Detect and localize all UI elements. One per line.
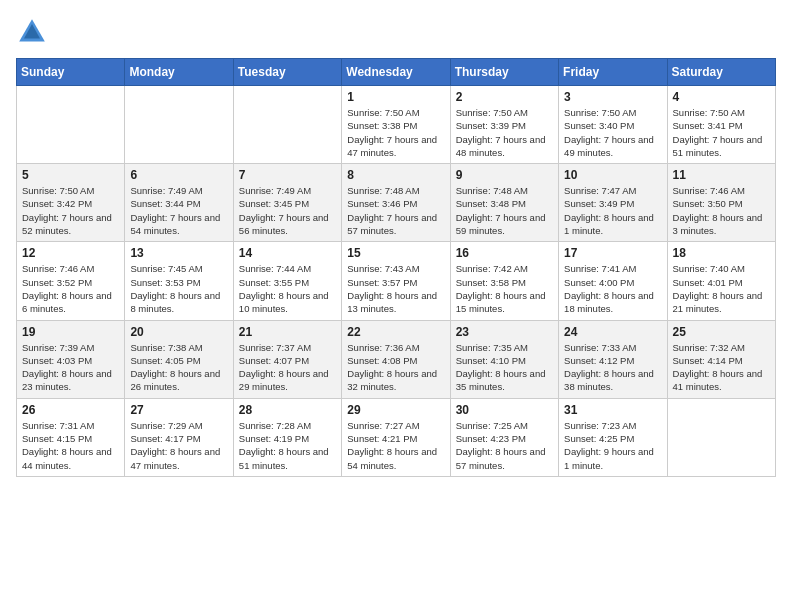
calendar-day-cell: 10Sunrise: 7:47 AM Sunset: 3:49 PM Dayli… bbox=[559, 164, 667, 242]
calendar-week-row: 1Sunrise: 7:50 AM Sunset: 3:38 PM Daylig… bbox=[17, 86, 776, 164]
calendar-table: SundayMondayTuesdayWednesdayThursdayFrid… bbox=[16, 58, 776, 477]
day-info: Sunrise: 7:49 AM Sunset: 3:45 PM Dayligh… bbox=[239, 184, 336, 237]
day-info: Sunrise: 7:44 AM Sunset: 3:55 PM Dayligh… bbox=[239, 262, 336, 315]
calendar-day-cell: 26Sunrise: 7:31 AM Sunset: 4:15 PM Dayli… bbox=[17, 398, 125, 476]
day-info: Sunrise: 7:23 AM Sunset: 4:25 PM Dayligh… bbox=[564, 419, 661, 472]
day-number: 11 bbox=[673, 168, 770, 182]
day-info: Sunrise: 7:25 AM Sunset: 4:23 PM Dayligh… bbox=[456, 419, 553, 472]
day-number: 9 bbox=[456, 168, 553, 182]
calendar-day-cell: 5Sunrise: 7:50 AM Sunset: 3:42 PM Daylig… bbox=[17, 164, 125, 242]
day-number: 4 bbox=[673, 90, 770, 104]
day-number: 30 bbox=[456, 403, 553, 417]
page-header bbox=[16, 16, 776, 48]
calendar-day-cell: 16Sunrise: 7:42 AM Sunset: 3:58 PM Dayli… bbox=[450, 242, 558, 320]
day-number: 2 bbox=[456, 90, 553, 104]
calendar-week-row: 19Sunrise: 7:39 AM Sunset: 4:03 PM Dayli… bbox=[17, 320, 776, 398]
day-number: 24 bbox=[564, 325, 661, 339]
day-info: Sunrise: 7:50 AM Sunset: 3:42 PM Dayligh… bbox=[22, 184, 119, 237]
day-number: 12 bbox=[22, 246, 119, 260]
day-info: Sunrise: 7:50 AM Sunset: 3:39 PM Dayligh… bbox=[456, 106, 553, 159]
calendar-day-cell: 20Sunrise: 7:38 AM Sunset: 4:05 PM Dayli… bbox=[125, 320, 233, 398]
calendar-day-cell: 3Sunrise: 7:50 AM Sunset: 3:40 PM Daylig… bbox=[559, 86, 667, 164]
day-number: 31 bbox=[564, 403, 661, 417]
calendar-day-cell: 22Sunrise: 7:36 AM Sunset: 4:08 PM Dayli… bbox=[342, 320, 450, 398]
calendar-day-cell: 18Sunrise: 7:40 AM Sunset: 4:01 PM Dayli… bbox=[667, 242, 775, 320]
day-info: Sunrise: 7:33 AM Sunset: 4:12 PM Dayligh… bbox=[564, 341, 661, 394]
day-number: 13 bbox=[130, 246, 227, 260]
calendar-day-cell bbox=[667, 398, 775, 476]
day-info: Sunrise: 7:39 AM Sunset: 4:03 PM Dayligh… bbox=[22, 341, 119, 394]
calendar-day-cell bbox=[233, 86, 341, 164]
day-number: 7 bbox=[239, 168, 336, 182]
logo-icon bbox=[16, 16, 48, 48]
day-info: Sunrise: 7:46 AM Sunset: 3:52 PM Dayligh… bbox=[22, 262, 119, 315]
day-number: 18 bbox=[673, 246, 770, 260]
calendar-header: SundayMondayTuesdayWednesdayThursdayFrid… bbox=[17, 59, 776, 86]
day-info: Sunrise: 7:32 AM Sunset: 4:14 PM Dayligh… bbox=[673, 341, 770, 394]
calendar-day-cell: 24Sunrise: 7:33 AM Sunset: 4:12 PM Dayli… bbox=[559, 320, 667, 398]
logo bbox=[16, 16, 52, 48]
weekday-header-cell: Tuesday bbox=[233, 59, 341, 86]
day-number: 20 bbox=[130, 325, 227, 339]
day-info: Sunrise: 7:31 AM Sunset: 4:15 PM Dayligh… bbox=[22, 419, 119, 472]
day-number: 26 bbox=[22, 403, 119, 417]
calendar-day-cell: 27Sunrise: 7:29 AM Sunset: 4:17 PM Dayli… bbox=[125, 398, 233, 476]
day-info: Sunrise: 7:40 AM Sunset: 4:01 PM Dayligh… bbox=[673, 262, 770, 315]
day-info: Sunrise: 7:36 AM Sunset: 4:08 PM Dayligh… bbox=[347, 341, 444, 394]
calendar-body: 1Sunrise: 7:50 AM Sunset: 3:38 PM Daylig… bbox=[17, 86, 776, 477]
calendar-day-cell: 13Sunrise: 7:45 AM Sunset: 3:53 PM Dayli… bbox=[125, 242, 233, 320]
day-info: Sunrise: 7:28 AM Sunset: 4:19 PM Dayligh… bbox=[239, 419, 336, 472]
day-info: Sunrise: 7:50 AM Sunset: 3:41 PM Dayligh… bbox=[673, 106, 770, 159]
weekday-header-row: SundayMondayTuesdayWednesdayThursdayFrid… bbox=[17, 59, 776, 86]
day-number: 10 bbox=[564, 168, 661, 182]
calendar-week-row: 26Sunrise: 7:31 AM Sunset: 4:15 PM Dayli… bbox=[17, 398, 776, 476]
day-number: 1 bbox=[347, 90, 444, 104]
calendar-day-cell bbox=[17, 86, 125, 164]
day-number: 14 bbox=[239, 246, 336, 260]
calendar-day-cell: 8Sunrise: 7:48 AM Sunset: 3:46 PM Daylig… bbox=[342, 164, 450, 242]
day-number: 25 bbox=[673, 325, 770, 339]
day-number: 28 bbox=[239, 403, 336, 417]
calendar-day-cell: 21Sunrise: 7:37 AM Sunset: 4:07 PM Dayli… bbox=[233, 320, 341, 398]
weekday-header-cell: Saturday bbox=[667, 59, 775, 86]
calendar-day-cell: 15Sunrise: 7:43 AM Sunset: 3:57 PM Dayli… bbox=[342, 242, 450, 320]
calendar-day-cell: 14Sunrise: 7:44 AM Sunset: 3:55 PM Dayli… bbox=[233, 242, 341, 320]
day-info: Sunrise: 7:42 AM Sunset: 3:58 PM Dayligh… bbox=[456, 262, 553, 315]
day-info: Sunrise: 7:46 AM Sunset: 3:50 PM Dayligh… bbox=[673, 184, 770, 237]
weekday-header-cell: Sunday bbox=[17, 59, 125, 86]
day-number: 21 bbox=[239, 325, 336, 339]
calendar-day-cell: 29Sunrise: 7:27 AM Sunset: 4:21 PM Dayli… bbox=[342, 398, 450, 476]
day-info: Sunrise: 7:38 AM Sunset: 4:05 PM Dayligh… bbox=[130, 341, 227, 394]
day-info: Sunrise: 7:47 AM Sunset: 3:49 PM Dayligh… bbox=[564, 184, 661, 237]
day-number: 17 bbox=[564, 246, 661, 260]
weekday-header-cell: Friday bbox=[559, 59, 667, 86]
calendar-day-cell: 11Sunrise: 7:46 AM Sunset: 3:50 PM Dayli… bbox=[667, 164, 775, 242]
day-info: Sunrise: 7:50 AM Sunset: 3:40 PM Dayligh… bbox=[564, 106, 661, 159]
day-number: 8 bbox=[347, 168, 444, 182]
day-number: 6 bbox=[130, 168, 227, 182]
day-number: 23 bbox=[456, 325, 553, 339]
calendar-day-cell: 31Sunrise: 7:23 AM Sunset: 4:25 PM Dayli… bbox=[559, 398, 667, 476]
calendar-day-cell bbox=[125, 86, 233, 164]
calendar-day-cell: 23Sunrise: 7:35 AM Sunset: 4:10 PM Dayli… bbox=[450, 320, 558, 398]
weekday-header-cell: Wednesday bbox=[342, 59, 450, 86]
day-number: 27 bbox=[130, 403, 227, 417]
day-info: Sunrise: 7:35 AM Sunset: 4:10 PM Dayligh… bbox=[456, 341, 553, 394]
day-info: Sunrise: 7:45 AM Sunset: 3:53 PM Dayligh… bbox=[130, 262, 227, 315]
day-info: Sunrise: 7:41 AM Sunset: 4:00 PM Dayligh… bbox=[564, 262, 661, 315]
day-info: Sunrise: 7:50 AM Sunset: 3:38 PM Dayligh… bbox=[347, 106, 444, 159]
calendar-day-cell: 12Sunrise: 7:46 AM Sunset: 3:52 PM Dayli… bbox=[17, 242, 125, 320]
day-info: Sunrise: 7:48 AM Sunset: 3:46 PM Dayligh… bbox=[347, 184, 444, 237]
calendar-day-cell: 19Sunrise: 7:39 AM Sunset: 4:03 PM Dayli… bbox=[17, 320, 125, 398]
day-number: 15 bbox=[347, 246, 444, 260]
calendar-day-cell: 9Sunrise: 7:48 AM Sunset: 3:48 PM Daylig… bbox=[450, 164, 558, 242]
day-info: Sunrise: 7:27 AM Sunset: 4:21 PM Dayligh… bbox=[347, 419, 444, 472]
calendar-day-cell: 2Sunrise: 7:50 AM Sunset: 3:39 PM Daylig… bbox=[450, 86, 558, 164]
weekday-header-cell: Thursday bbox=[450, 59, 558, 86]
calendar-day-cell: 28Sunrise: 7:28 AM Sunset: 4:19 PM Dayli… bbox=[233, 398, 341, 476]
weekday-header-cell: Monday bbox=[125, 59, 233, 86]
day-number: 16 bbox=[456, 246, 553, 260]
calendar-day-cell: 1Sunrise: 7:50 AM Sunset: 3:38 PM Daylig… bbox=[342, 86, 450, 164]
day-info: Sunrise: 7:49 AM Sunset: 3:44 PM Dayligh… bbox=[130, 184, 227, 237]
day-number: 5 bbox=[22, 168, 119, 182]
